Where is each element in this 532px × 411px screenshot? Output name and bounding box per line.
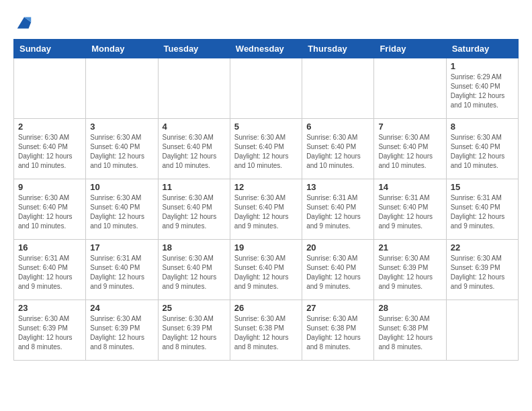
day-number: 15 (451, 182, 514, 192)
day-number: 26 (234, 303, 298, 313)
calendar-cell (302, 58, 374, 119)
week-row-5: 23Sunrise: 6:30 AM Sunset: 6:39 PM Dayli… (14, 300, 519, 361)
calendar-cell: 11Sunrise: 6:30 AM Sunset: 6:40 PM Dayli… (158, 179, 230, 240)
day-number: 14 (378, 182, 441, 192)
calendar-header-row: Sunday Monday Tuesday Wednesday Thursday… (14, 40, 519, 58)
calendar-cell: 10Sunrise: 6:30 AM Sunset: 6:40 PM Dayli… (86, 179, 158, 240)
week-row-3: 9Sunrise: 6:30 AM Sunset: 6:40 PM Daylig… (14, 179, 519, 240)
day-number: 19 (234, 242, 298, 253)
day-number: 21 (378, 242, 441, 253)
page-header (13, 13, 519, 32)
calendar-cell: 12Sunrise: 6:30 AM Sunset: 6:40 PM Dayli… (230, 179, 302, 240)
day-info: Sunrise: 6:30 AM Sunset: 6:40 PM Dayligh… (451, 133, 514, 171)
day-number: 17 (90, 242, 153, 253)
day-number: 9 (18, 182, 81, 192)
day-number: 2 (18, 122, 81, 132)
calendar-cell: 25Sunrise: 6:30 AM Sunset: 6:39 PM Dayli… (158, 300, 230, 361)
day-info: Sunrise: 6:30 AM Sunset: 6:39 PM Dayligh… (378, 254, 441, 291)
day-number: 24 (90, 303, 153, 313)
day-number: 27 (306, 303, 369, 313)
calendar-cell: 20Sunrise: 6:30 AM Sunset: 6:40 PM Dayli… (302, 240, 374, 300)
calendar-cell: 6Sunrise: 6:30 AM Sunset: 6:40 PM Daylig… (302, 119, 374, 179)
day-info: Sunrise: 6:30 AM Sunset: 6:38 PM Dayligh… (234, 314, 298, 352)
day-info: Sunrise: 6:30 AM Sunset: 6:40 PM Dayligh… (90, 193, 153, 231)
calendar-cell: 26Sunrise: 6:30 AM Sunset: 6:38 PM Dayli… (230, 300, 302, 361)
day-number: 11 (163, 182, 226, 192)
day-number: 20 (306, 242, 369, 253)
day-info: Sunrise: 6:30 AM Sunset: 6:39 PM Dayligh… (90, 314, 153, 352)
calendar-cell: 3Sunrise: 6:30 AM Sunset: 6:40 PM Daylig… (86, 119, 158, 179)
calendar-cell: 13Sunrise: 6:31 AM Sunset: 6:40 PM Dayli… (302, 179, 374, 240)
calendar-cell (86, 58, 158, 119)
day-info: Sunrise: 6:31 AM Sunset: 6:40 PM Dayligh… (90, 254, 153, 291)
day-number: 4 (163, 122, 226, 132)
page-container: Sunday Monday Tuesday Wednesday Thursday… (0, 0, 532, 367)
day-info: Sunrise: 6:31 AM Sunset: 6:40 PM Dayligh… (451, 193, 514, 231)
day-info: Sunrise: 6:30 AM Sunset: 6:40 PM Dayligh… (163, 193, 226, 231)
day-number: 13 (306, 182, 369, 192)
calendar-cell: 9Sunrise: 6:30 AM Sunset: 6:40 PM Daylig… (14, 179, 86, 240)
day-info: Sunrise: 6:30 AM Sunset: 6:38 PM Dayligh… (306, 314, 369, 352)
calendar-cell: 19Sunrise: 6:30 AM Sunset: 6:40 PM Dayli… (230, 240, 302, 300)
calendar-cell: 28Sunrise: 6:30 AM Sunset: 6:38 PM Dayli… (374, 300, 446, 361)
logo-icon (15, 13, 34, 32)
calendar-cell (374, 58, 446, 119)
day-number: 28 (378, 303, 441, 313)
day-number: 5 (234, 122, 298, 132)
col-wednesday: Wednesday (230, 40, 302, 58)
day-number: 10 (90, 182, 153, 192)
week-row-1: 1Sunrise: 6:29 AM Sunset: 6:40 PM Daylig… (14, 58, 519, 119)
calendar-cell: 17Sunrise: 6:31 AM Sunset: 6:40 PM Dayli… (86, 240, 158, 300)
logo (13, 13, 34, 32)
day-number: 7 (378, 122, 441, 132)
col-monday: Monday (86, 40, 158, 58)
day-info: Sunrise: 6:29 AM Sunset: 6:40 PM Dayligh… (451, 73, 514, 110)
calendar-cell: 24Sunrise: 6:30 AM Sunset: 6:39 PM Dayli… (86, 300, 158, 361)
day-number: 12 (234, 182, 298, 192)
calendar-cell: 1Sunrise: 6:29 AM Sunset: 6:40 PM Daylig… (446, 58, 518, 119)
day-number: 1 (451, 61, 514, 71)
day-info: Sunrise: 6:30 AM Sunset: 6:40 PM Dayligh… (234, 193, 298, 231)
day-info: Sunrise: 6:30 AM Sunset: 6:40 PM Dayligh… (306, 133, 369, 171)
calendar-cell: 7Sunrise: 6:30 AM Sunset: 6:40 PM Daylig… (374, 119, 446, 179)
day-info: Sunrise: 6:30 AM Sunset: 6:40 PM Dayligh… (234, 133, 298, 171)
col-tuesday: Tuesday (158, 40, 230, 58)
day-info: Sunrise: 6:30 AM Sunset: 6:38 PM Dayligh… (378, 314, 441, 352)
day-number: 23 (18, 303, 81, 313)
day-info: Sunrise: 6:30 AM Sunset: 6:40 PM Dayligh… (234, 254, 298, 291)
day-info: Sunrise: 6:30 AM Sunset: 6:39 PM Dayligh… (163, 314, 226, 352)
calendar-cell: 15Sunrise: 6:31 AM Sunset: 6:40 PM Dayli… (446, 179, 518, 240)
calendar-cell: 5Sunrise: 6:30 AM Sunset: 6:40 PM Daylig… (230, 119, 302, 179)
col-saturday: Saturday (446, 40, 518, 58)
day-info: Sunrise: 6:30 AM Sunset: 6:40 PM Dayligh… (378, 133, 441, 171)
week-row-2: 2Sunrise: 6:30 AM Sunset: 6:40 PM Daylig… (14, 119, 519, 179)
day-info: Sunrise: 6:30 AM Sunset: 6:39 PM Dayligh… (451, 254, 514, 291)
calendar-cell: 27Sunrise: 6:30 AM Sunset: 6:38 PM Dayli… (302, 300, 374, 361)
day-info: Sunrise: 6:30 AM Sunset: 6:40 PM Dayligh… (163, 254, 226, 291)
day-number: 18 (163, 242, 226, 253)
day-number: 8 (451, 122, 514, 132)
day-number: 6 (306, 122, 369, 132)
day-info: Sunrise: 6:30 AM Sunset: 6:40 PM Dayligh… (18, 133, 81, 171)
calendar-cell: 23Sunrise: 6:30 AM Sunset: 6:39 PM Dayli… (14, 300, 86, 361)
day-number: 3 (90, 122, 153, 132)
calendar-cell: 21Sunrise: 6:30 AM Sunset: 6:39 PM Dayli… (374, 240, 446, 300)
day-number: 16 (18, 242, 81, 253)
calendar-cell (14, 58, 86, 119)
calendar-table: Sunday Monday Tuesday Wednesday Thursday… (13, 39, 519, 361)
calendar-cell (230, 58, 302, 119)
day-info: Sunrise: 6:31 AM Sunset: 6:40 PM Dayligh… (306, 193, 369, 231)
calendar-cell: 16Sunrise: 6:31 AM Sunset: 6:40 PM Dayli… (14, 240, 86, 300)
calendar-cell: 4Sunrise: 6:30 AM Sunset: 6:40 PM Daylig… (158, 119, 230, 179)
day-info: Sunrise: 6:31 AM Sunset: 6:40 PM Dayligh… (378, 193, 441, 231)
day-number: 22 (451, 242, 514, 253)
day-info: Sunrise: 6:30 AM Sunset: 6:40 PM Dayligh… (18, 193, 81, 231)
calendar-cell: 2Sunrise: 6:30 AM Sunset: 6:40 PM Daylig… (14, 119, 86, 179)
day-info: Sunrise: 6:30 AM Sunset: 6:40 PM Dayligh… (163, 133, 226, 171)
day-info: Sunrise: 6:30 AM Sunset: 6:39 PM Dayligh… (18, 314, 81, 352)
calendar-cell (446, 300, 518, 361)
col-friday: Friday (374, 40, 446, 58)
col-sunday: Sunday (14, 40, 86, 58)
calendar-cell: 22Sunrise: 6:30 AM Sunset: 6:39 PM Dayli… (446, 240, 518, 300)
col-thursday: Thursday (302, 40, 374, 58)
